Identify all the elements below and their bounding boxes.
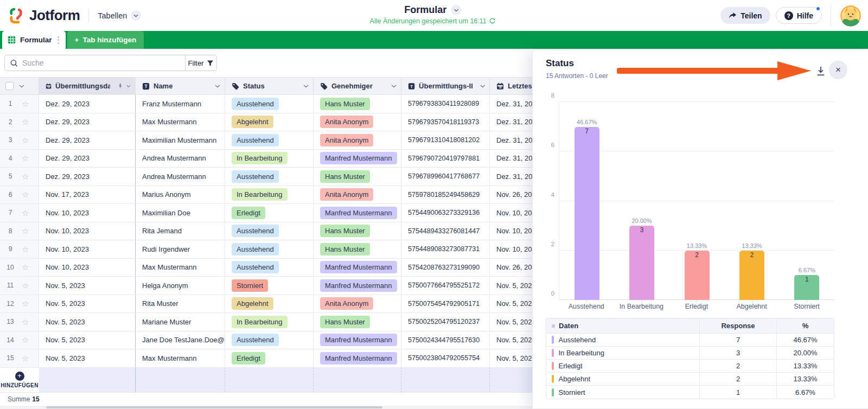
add-tab-button[interactable]: + Tab hinzufügen — [67, 31, 144, 49]
name-cell[interactable]: Marius Anonym — [136, 186, 225, 204]
submission-id-cell[interactable]: 5754489433276081447 — [401, 222, 490, 240]
approver-cell[interactable]: Hans Muster — [314, 222, 401, 240]
status-cell[interactable]: Ausstehend — [225, 168, 314, 186]
submission-date-cell[interactable]: Nov. 10, 2023 — [39, 222, 136, 240]
submission-date-cell[interactable]: Dez. 29, 2023 — [39, 150, 136, 168]
chevron-down-icon[interactable] — [126, 85, 131, 88]
name-cell[interactable]: Max Mustermann — [136, 259, 225, 277]
submission-id-cell[interactable]: 5750077664795525172 — [401, 277, 490, 295]
approver-cell[interactable]: Hans Muster — [314, 95, 401, 113]
chevron-down-icon[interactable] — [480, 85, 485, 88]
jotform-logo[interactable]: Jotform — [8, 7, 80, 24]
name-cell[interactable]: Max Mustermann — [136, 349, 225, 367]
share-button[interactable]: Teilen — [720, 7, 770, 24]
status-cell[interactable]: In Bearbeitung — [225, 150, 314, 168]
status-cell[interactable]: Erledigt — [225, 349, 314, 367]
chevron-down-icon[interactable] — [303, 85, 309, 88]
name-cell[interactable]: Mariane Muster — [136, 313, 225, 331]
name-cell[interactable]: Rita Muster — [136, 295, 225, 313]
approver-cell[interactable]: Manfred Mustermann — [314, 150, 401, 168]
column-header-name[interactable]: T Name — [136, 78, 225, 94]
status-cell[interactable]: Abgelehnt — [225, 113, 314, 131]
tables-menu-button[interactable]: Tabellen — [98, 10, 141, 21]
name-cell[interactable]: Maximilian Mustermann — [136, 131, 225, 149]
status-cell[interactable]: Ausstehend — [225, 240, 314, 258]
name-cell[interactable]: Maximilian Doe — [136, 204, 225, 222]
submission-id-cell[interactable]: 5796793830411928089 — [401, 95, 490, 113]
submission-date-cell[interactable]: Nov. 5, 2023 — [39, 331, 136, 349]
approver-cell[interactable]: Hans Muster — [314, 168, 401, 186]
name-cell[interactable]: Rita Jemand — [136, 222, 225, 240]
name-cell[interactable]: Rudi Irgendwer — [136, 240, 225, 258]
submission-id-cell[interactable]: 5750023804792055754 — [401, 349, 490, 367]
chevron-down-icon[interactable] — [391, 85, 397, 88]
approver-cell[interactable]: Anita Anonym — [314, 186, 401, 204]
help-button[interactable]: ? Hilfe — [776, 7, 822, 24]
approver-cell[interactable]: Anita Anonym — [314, 295, 401, 313]
star-icon[interactable]: ☆ — [22, 190, 29, 199]
star-icon[interactable]: ☆ — [22, 282, 29, 290]
submission-id-cell[interactable]: 5750075454792905171 — [401, 295, 490, 313]
filter-button[interactable]: Filter — [185, 55, 216, 71]
approver-cell[interactable]: Hans Muster — [314, 313, 401, 331]
add-row-cell[interactable] — [314, 368, 401, 393]
star-icon[interactable]: ☆ — [22, 354, 29, 362]
submission-id-cell[interactable]: 5796791310418081202 — [401, 131, 490, 149]
submission-id-cell[interactable]: 5796789960417768677 — [401, 168, 490, 186]
submission-id-cell[interactable]: 5754489083273087731 — [401, 240, 490, 258]
status-cell[interactable]: In Bearbeitung — [225, 313, 314, 331]
column-header-genehmiger[interactable]: Genehmiger — [314, 78, 401, 94]
status-cell[interactable]: Ausstehend — [225, 131, 314, 149]
chart-bar[interactable]: 2 — [685, 251, 710, 300]
submission-date-cell[interactable]: Dez. 29, 2023 — [39, 131, 136, 149]
column-header-uebermittlungsdatum[interactable]: 10 Übermittlungsdatum — [39, 78, 136, 94]
user-avatar[interactable] — [840, 5, 861, 27]
download-button[interactable] — [815, 66, 826, 76]
submission-date-cell[interactable]: Nov. 5, 2023 — [39, 277, 136, 295]
add-row-cell[interactable] — [136, 368, 225, 393]
select-all-checkbox[interactable] — [5, 82, 14, 90]
submission-date-cell[interactable]: Nov. 5, 2023 — [39, 313, 136, 331]
submission-date-cell[interactable]: Nov. 10, 2023 — [39, 259, 136, 277]
status-cell[interactable]: Ausstehend — [225, 222, 314, 240]
name-cell[interactable]: Helga Anonym — [136, 277, 225, 295]
name-cell[interactable]: Max Mustermann — [136, 113, 225, 131]
name-cell[interactable]: Franz Mustermann — [136, 95, 225, 113]
submission-date-cell[interactable]: Nov. 5, 2023 — [39, 349, 136, 367]
star-icon[interactable]: ☆ — [22, 118, 29, 126]
chart-bar[interactable]: 3 — [629, 226, 654, 300]
chevron-down-icon[interactable] — [215, 85, 220, 88]
name-cell[interactable]: Andrea Mustermann — [136, 168, 225, 186]
chevron-down-icon[interactable] — [19, 85, 24, 88]
scrollbar-thumb[interactable] — [46, 406, 382, 408]
title-chevron-down-icon[interactable] — [451, 5, 461, 15]
submission-date-cell[interactable]: Nov. 17, 2023 — [39, 186, 136, 204]
tab-menu-dots-icon[interactable] — [56, 35, 60, 46]
approver-cell[interactable]: Manfred Mustermann — [314, 349, 401, 367]
submission-id-cell[interactable]: 5750024344795517630 — [401, 331, 490, 349]
status-cell[interactable]: Ausstehend — [225, 331, 314, 349]
add-submission-button[interactable]: + HINZUFÜGEN — [0, 368, 39, 393]
tab-formular[interactable]: Formular — [2, 31, 66, 49]
status-cell[interactable]: Ausstehend — [225, 95, 314, 113]
column-header-uebermittlungs-id[interactable]: T Übermittlungs-ID — [401, 78, 490, 94]
submission-id-cell[interactable]: 5754208763273199090 — [401, 259, 490, 277]
approver-cell[interactable]: Hans Muster — [314, 240, 401, 258]
approver-cell[interactable]: Manfred Mustermann — [314, 277, 401, 295]
submission-date-cell[interactable]: Dez. 29, 2023 — [39, 95, 136, 113]
name-cell[interactable]: Andrea Mustermann — [136, 150, 225, 168]
approver-cell[interactable]: Manfred Mustermann — [314, 331, 401, 349]
status-cell[interactable]: Storniert — [225, 277, 314, 295]
add-row-cell[interactable] — [39, 368, 136, 393]
chart-bar[interactable]: 2 — [739, 251, 764, 300]
approver-cell[interactable]: Manfred Mustermann — [314, 204, 401, 222]
status-cell[interactable]: Abgelehnt — [225, 295, 314, 313]
star-icon[interactable]: ☆ — [22, 245, 29, 253]
star-icon[interactable]: ☆ — [22, 318, 29, 326]
star-icon[interactable]: ☆ — [22, 209, 29, 217]
add-row-cell[interactable] — [401, 368, 490, 393]
submission-id-cell[interactable]: 5796790720419797881 — [401, 150, 490, 168]
star-icon[interactable]: ☆ — [22, 100, 29, 108]
status-cell[interactable]: Erledigt — [225, 204, 314, 222]
submission-id-cell[interactable]: 5759780185249458629 — [401, 186, 490, 204]
